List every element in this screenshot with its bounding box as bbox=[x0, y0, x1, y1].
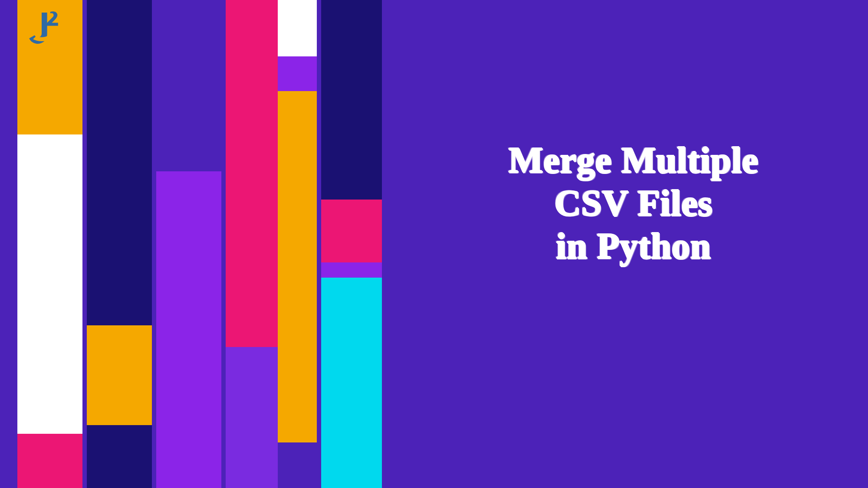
bar-segment bbox=[278, 91, 317, 442]
bar-segment bbox=[17, 434, 82, 488]
bar-segment bbox=[17, 0, 82, 134]
headline-line-3: in Python bbox=[425, 225, 842, 268]
bar-segment bbox=[321, 200, 382, 262]
bar-segment bbox=[87, 425, 152, 488]
bar-segment bbox=[321, 278, 382, 488]
bar-col-5 bbox=[278, 0, 317, 488]
bar-segment bbox=[156, 0, 221, 171]
bar-col-6 bbox=[321, 0, 382, 488]
color-bars bbox=[0, 0, 399, 488]
bar-segment bbox=[87, 0, 152, 325]
bar-col-2 bbox=[87, 0, 152, 488]
bar-col-3 bbox=[156, 0, 221, 488]
bar-segment bbox=[321, 0, 382, 200]
bar-segment bbox=[226, 347, 282, 488]
bar-segment bbox=[226, 0, 282, 347]
bar-col-4 bbox=[226, 0, 282, 488]
headline-line-2: CSV Files bbox=[425, 182, 842, 225]
banner-graphic: Merge Multiple CSV Files in Python bbox=[0, 0, 868, 488]
bar-segment bbox=[278, 442, 317, 488]
bar-segment bbox=[278, 0, 317, 56]
headline-line-1: Merge Multiple bbox=[425, 139, 842, 182]
headline: Merge Multiple CSV Files in Python bbox=[425, 139, 842, 268]
bar-segment bbox=[156, 171, 221, 488]
bar-segment bbox=[17, 134, 82, 434]
bar-col-1 bbox=[17, 0, 82, 488]
bar-segment bbox=[321, 262, 382, 278]
bar-segment bbox=[278, 56, 317, 91]
bar-segment bbox=[87, 325, 152, 425]
